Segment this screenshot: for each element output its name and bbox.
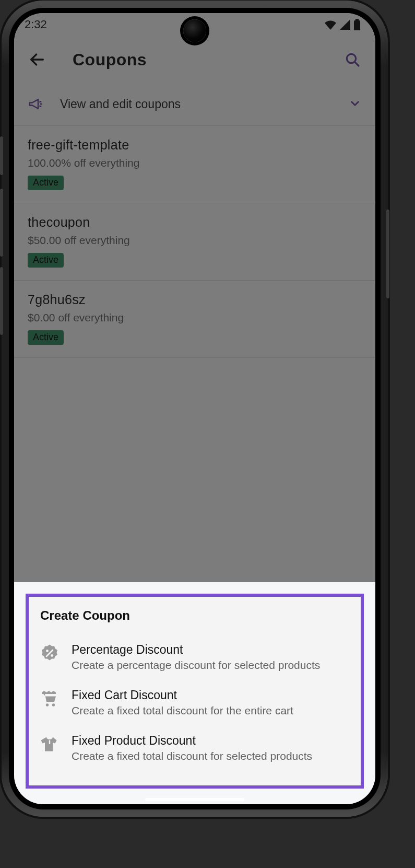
svg-point-7 <box>46 703 49 706</box>
hoodie-icon <box>40 735 59 754</box>
cart-icon <box>40 689 59 708</box>
option-title: Fixed Cart Discount <box>72 688 293 702</box>
option-fixed-product-discount[interactable]: Fixed Product Discount Create a fixed to… <box>38 726 351 772</box>
option-percentage-discount[interactable]: Percentage Discount Create a percentage … <box>38 635 351 681</box>
phone-volume-up-button <box>0 189 3 257</box>
sheet-title: Create Coupon <box>38 608 351 623</box>
phone-camera-cutout <box>183 19 206 42</box>
option-desc: Create a fixed total discount for the en… <box>72 704 293 717</box>
option-desc: Create a fixed total discount for select… <box>72 750 312 762</box>
phone-power-button <box>386 210 389 298</box>
bottom-sheet-container: Create Coupon Percentage Discount Create… <box>14 582 375 804</box>
option-title: Fixed Product Discount <box>72 734 312 748</box>
option-fixed-cart-discount[interactable]: Fixed Cart Discount Create a fixed total… <box>38 681 351 726</box>
phone-frame: 2:32 Coupons <box>2 1 388 817</box>
phone-side-button <box>0 136 3 175</box>
phone-bezel: 2:32 Coupons <box>9 8 381 809</box>
svg-rect-9 <box>49 740 50 745</box>
svg-point-4 <box>46 650 49 652</box>
svg-point-8 <box>52 703 55 706</box>
create-coupon-sheet: Create Coupon Percentage Discount Create… <box>26 594 364 789</box>
phone-screen: 2:32 Coupons <box>14 13 375 804</box>
option-title: Percentage Discount <box>72 643 320 657</box>
percent-badge-icon <box>40 644 59 663</box>
phone-volume-down-button <box>0 267 3 335</box>
option-desc: Create a percentage discount for selecte… <box>72 659 320 672</box>
svg-point-5 <box>51 654 53 657</box>
home-indicator[interactable] <box>145 798 244 801</box>
